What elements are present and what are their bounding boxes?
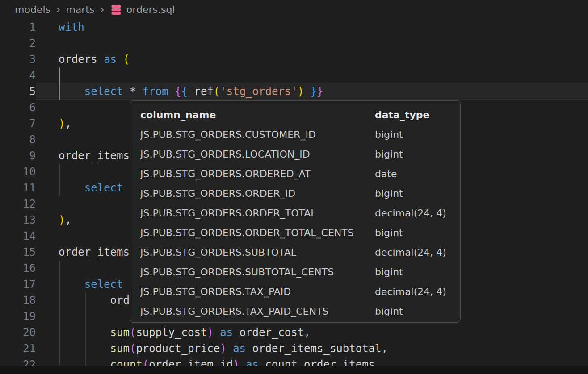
column-name-cell: JS.PUB.STG_ORDERS.LOCATION_ID	[140, 145, 375, 164]
column-row: JS.PUB.STG_ORDERS.LOCATION_IDbigint	[130, 145, 460, 164]
code-line-content[interactable]: with	[36, 19, 588, 35]
line-number[interactable]: 17	[0, 276, 36, 292]
line-number[interactable]: 2	[0, 35, 36, 51]
column-row: JS.PUB.STG_ORDERS.SUBTOTAL_CENTSbigint	[130, 262, 460, 282]
line-number[interactable]: 11	[0, 180, 36, 196]
code-token: ,	[65, 214, 71, 226]
indent-guide	[85, 341, 86, 357]
column-name-cell: JS.PUB.STG_ORDERS.ORDER_TOTAL_CENTS	[140, 223, 375, 243]
code-token: from	[143, 85, 168, 98]
code-line-content[interactable]	[36, 67, 588, 83]
line-number[interactable]: 9	[0, 148, 36, 164]
code-token: (	[123, 53, 130, 66]
column-row: JS.PUB.STG_ORDERS.ORDERED_ATdate	[130, 164, 460, 184]
line-number[interactable]: 14	[0, 228, 36, 244]
database-icon	[110, 4, 122, 16]
popup-header-row: column_name data_type	[130, 105, 460, 125]
breadcrumb-item-file[interactable]: orders.sql	[110, 4, 175, 16]
code-line: 21 sum(product_price) as order_items_sub…	[0, 341, 588, 357]
code-token: *	[130, 85, 136, 98]
breadcrumb-item-models[interactable]: models	[15, 4, 50, 15]
popup-header-data-type: data_type	[375, 105, 460, 125]
data-type-cell: bigint	[375, 125, 460, 145]
line-number[interactable]: 4	[0, 67, 36, 83]
code-token	[168, 85, 175, 98]
code-token: order_cost,	[239, 326, 311, 339]
code-line: 3orders as (	[0, 51, 588, 67]
code-line: 20 sum(supply_cost) as order_cost,	[0, 324, 588, 341]
code-line-content[interactable]: sum(product_price) as order_items_subtot…	[36, 341, 588, 357]
code-token	[59, 85, 84, 98]
line-number[interactable]: 5	[0, 83, 36, 100]
column-name-cell: JS.PUB.STG_ORDERS.TAX_PAID	[140, 282, 375, 302]
code-line-content[interactable]: sum(supply_cost) as order_cost,	[36, 324, 588, 341]
line-number[interactable]: 6	[0, 100, 36, 116]
column-row: JS.PUB.STG_ORDERS.SUBTOTALdecimal(24, 4)	[130, 243, 460, 262]
code-token: (	[214, 85, 220, 98]
code-token: }	[317, 85, 323, 98]
line-number[interactable]: 7	[0, 116, 36, 132]
popup-rows: JS.PUB.STG_ORDERS.CUSTOMER_IDbigintJS.PU…	[130, 125, 460, 321]
code-token: {	[181, 85, 188, 98]
column-name-cell: JS.PUB.STG_ORDERS.TAX_PAID_CENTS	[140, 302, 375, 321]
indent-guide	[59, 164, 60, 180]
column-row: JS.PUB.STG_ORDERS.TAX_PAID_CENTSbigint	[130, 302, 460, 321]
bottom-panel-edge	[0, 366, 588, 374]
code-token: )	[59, 117, 65, 130]
indent-guide	[59, 276, 60, 292]
indent-guide	[85, 324, 86, 341]
line-number[interactable]: 10	[0, 164, 36, 180]
code-token: (	[130, 342, 136, 355]
line-number[interactable]: 15	[0, 244, 36, 260]
indent-guide	[85, 308, 86, 324]
code-token: 'stg_orders'	[220, 85, 297, 98]
code-token	[117, 53, 123, 66]
chevron-right-icon: ›	[100, 4, 104, 15]
code-token	[246, 342, 252, 355]
code-token	[59, 342, 110, 355]
code-token	[136, 85, 142, 98]
code-token: supply_cost	[136, 326, 207, 339]
code-line-content[interactable]: orders as (	[36, 51, 588, 67]
column-name-cell: JS.PUB.STG_ORDERS.CUSTOMER_ID	[140, 125, 375, 145]
code-token	[233, 326, 239, 339]
indent-guide	[85, 292, 86, 308]
line-number[interactable]: 8	[0, 132, 36, 148]
line-number[interactable]: 16	[0, 260, 36, 276]
line-number[interactable]: 19	[0, 308, 36, 324]
column-row: JS.PUB.STG_ORDERS.CUSTOMER_IDbigint	[130, 125, 460, 145]
code-token: sum	[110, 326, 130, 339]
line-number[interactable]: 3	[0, 51, 36, 67]
code-token: order_items_subtotal,	[252, 342, 388, 355]
breadcrumb-item-marts[interactable]: marts	[66, 4, 94, 15]
code-line-content[interactable]	[36, 35, 588, 51]
column-info-popup: column_name data_type JS.PUB.STG_ORDERS.…	[130, 100, 461, 323]
column-row: JS.PUB.STG_ORDERS.ORDER_IDbigint	[130, 184, 460, 204]
code-token: as	[233, 342, 246, 355]
data-type-cell: date	[375, 164, 460, 184]
line-number[interactable]: 20	[0, 324, 36, 341]
code-token: ,	[65, 117, 71, 130]
code-line: 5 select * from {{ ref('stg_orders') }}	[0, 83, 588, 100]
code-token: select	[84, 182, 123, 194]
indent-guide	[59, 67, 60, 83]
code-line-content[interactable]: select * from {{ ref('stg_orders') }}	[36, 83, 588, 100]
code-token: select	[84, 85, 123, 98]
data-type-cell: bigint	[375, 262, 460, 282]
indent-guide	[59, 308, 60, 324]
line-number[interactable]: 12	[0, 196, 36, 212]
column-name-cell: JS.PUB.STG_ORDERS.ORDERED_AT	[140, 164, 375, 184]
code-token: product_price	[136, 342, 220, 355]
code-token: order_items	[59, 150, 130, 162]
indent-guide	[59, 292, 60, 308]
line-number[interactable]: 1	[0, 19, 36, 35]
column-name-cell: JS.PUB.STG_ORDERS.ORDER_ID	[140, 184, 375, 204]
code-token: }	[311, 85, 317, 98]
column-name-cell: JS.PUB.STG_ORDERS.SUBTOTAL_CENTS	[140, 262, 375, 282]
code-token: select	[84, 278, 123, 291]
data-type-cell: bigint	[375, 145, 460, 164]
code-token: {	[175, 85, 181, 98]
line-number[interactable]: 18	[0, 292, 36, 308]
line-number[interactable]: 21	[0, 341, 36, 357]
line-number[interactable]: 13	[0, 212, 36, 228]
